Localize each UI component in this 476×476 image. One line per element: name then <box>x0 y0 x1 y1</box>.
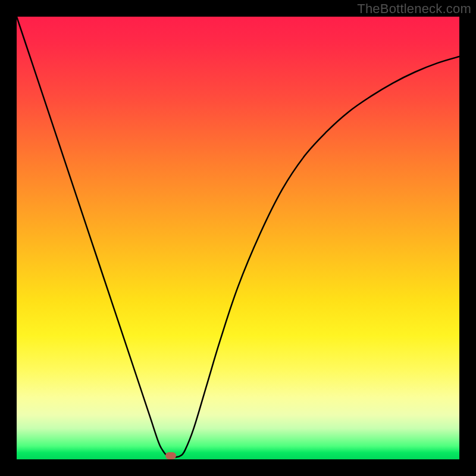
chart-border <box>0 0 476 476</box>
svg-rect-2 <box>0 0 17 476</box>
svg-rect-1 <box>0 459 476 476</box>
watermark-text: TheBottleneck.com <box>357 1 471 17</box>
optimal-point-marker <box>165 452 176 459</box>
svg-rect-3 <box>459 0 476 476</box>
chart-frame <box>0 0 476 476</box>
